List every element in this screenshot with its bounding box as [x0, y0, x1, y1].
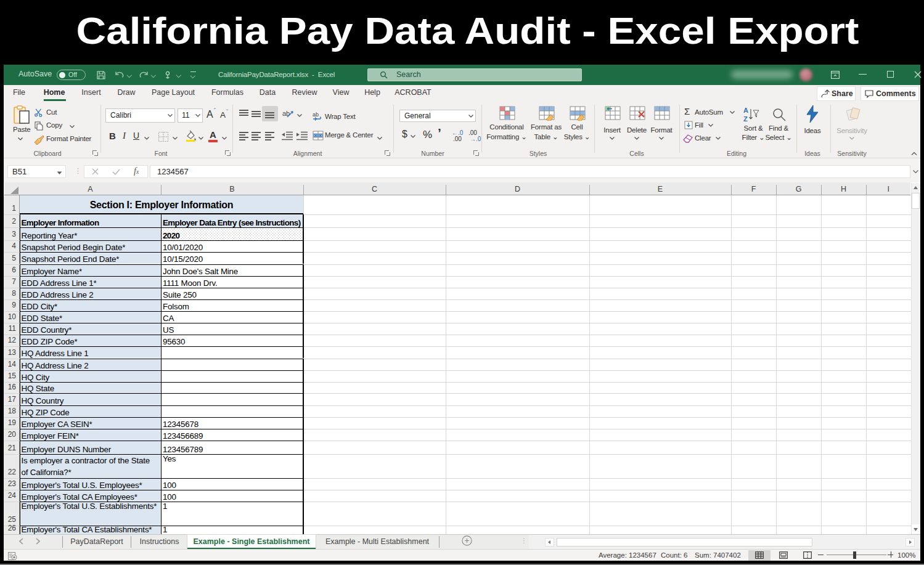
- svg-text:A: A: [743, 107, 748, 114]
- svg-text:ab: ab: [313, 112, 319, 118]
- svg-text:Z: Z: [743, 115, 748, 123]
